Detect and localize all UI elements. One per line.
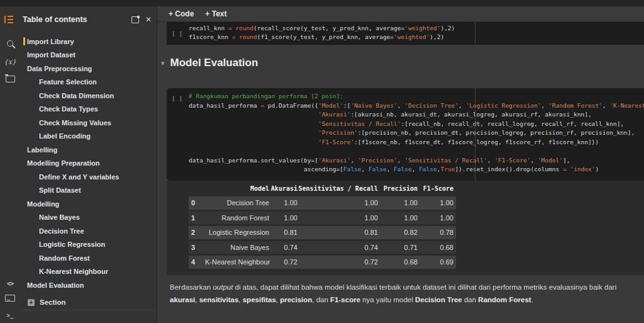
- sidebar-item-label: Random Forest: [39, 254, 90, 262]
- toc-item-list: Import LibraryImport DatasetData Preproc…: [20, 35, 155, 292]
- sidebar-item-label: K-Nearest Neighbour: [39, 268, 108, 275]
- column-header: Akurasi: [269, 185, 297, 192]
- sidebar-item-label: Check Missing Values: [39, 119, 111, 127]
- dataframe-table: ModelAkurasiSensitivitas / RecallPrecisi…: [189, 182, 456, 271]
- sidebar-item-label: Import Library: [27, 38, 74, 45]
- sidebar-item-label: Modelling: [27, 200, 59, 208]
- run-cell-button[interactable]: [ ]: [172, 95, 182, 102]
- magnifier-glyph: [7, 40, 13, 47]
- palette-glyph: [5, 295, 15, 302]
- table-row: 0Decision Tree1.001.001.001.00: [189, 196, 456, 210]
- markdown-paragraph: Berdasarkan output di atas, dapat diliha…: [170, 281, 641, 306]
- folder-glyph: [6, 76, 15, 82]
- sidebar-item-label: Split Dataset: [39, 186, 81, 194]
- table-of-contents-panel: Table of contents ✕ Import LibraryImport…: [20, 6, 157, 323]
- collapse-arrow-icon[interactable]: ▾: [161, 59, 165, 67]
- sidebar-item-data-preprocessing[interactable]: Data Preprocessing: [20, 62, 155, 76]
- run-cell-button[interactable]: [ ]: [172, 30, 182, 37]
- terminal-glyph: >_: [7, 312, 14, 319]
- open-in-tab-icon[interactable]: [131, 16, 139, 23]
- sidebar-item-label: Naive Bayes: [39, 213, 80, 221]
- column-header: F1-Score: [418, 185, 453, 192]
- sidebar-item-feature-selection[interactable]: Feature Selection: [20, 76, 155, 89]
- notebook-toolbar: + Code + Text: [157, 6, 644, 22]
- cell-output-area: ModelAkurasiSensitivitas / RecallPrecisi…: [167, 181, 644, 275]
- table-header-row: ModelAkurasiSensitivitas / RecallPrecisi…: [189, 182, 456, 195]
- snippets-glyph: <>: [7, 280, 13, 287]
- active-section-indicator: [23, 37, 25, 45]
- code-snippets-icon[interactable]: <>: [0, 279, 20, 288]
- column-ruler: [475, 22, 475, 44]
- table-row: 3Naive Bayes0.740.740.710.68: [189, 241, 456, 254]
- sidebar-item-decision-tree[interactable]: Decision Tree: [20, 224, 155, 238]
- sidebar-item-modelling-preparation[interactable]: Modelling Preparation: [20, 157, 155, 171]
- panel-header: Table of contents ✕: [23, 13, 152, 26]
- table-body: 0Decision Tree1.001.001.001.001Random Fo…: [189, 196, 456, 269]
- sidebar-item-model-evaluation[interactable]: Model Evaluation: [20, 278, 155, 292]
- section-heading-text: Model Evaluation: [170, 57, 258, 69]
- sidebar-item-import-library[interactable]: Import Library: [20, 35, 155, 48]
- add-section-label: Section: [40, 298, 66, 306]
- sidebar-item-label-encoding[interactable]: Label Encoding: [20, 130, 155, 144]
- sidebar-item-define-x-and-y-variables[interactable]: Define X and Y variables: [20, 170, 155, 184]
- sidebar-item-k-nearest-neighbour[interactable]: K-Nearest Neighbour: [20, 265, 155, 279]
- command-palette-icon[interactable]: [0, 293, 20, 303]
- add-section-icon: +: [28, 299, 35, 306]
- add-code-button[interactable]: + Code: [169, 9, 194, 18]
- code-editor[interactable]: recall_knn = round(recall_score(y_test, …: [189, 24, 644, 42]
- sidebar-item-check-missing-values[interactable]: Check Missing Values: [20, 116, 155, 130]
- sidebar-item-random-forest[interactable]: Random Forest: [20, 251, 155, 265]
- colab-notebook-window: {x} <> >_ Table of contents ✕ Import Lib…: [0, 0, 644, 323]
- sidebar-item-logistic-regression[interactable]: Logistic Regression: [20, 238, 155, 252]
- sidebar-item-label: Check Data Dimension: [39, 92, 114, 99]
- section-heading: ▾ Model Evaluation: [161, 57, 258, 69]
- table-row: 1Random Forest1.001.001.001.00: [189, 212, 456, 225]
- table-of-contents-icon[interactable]: [0, 14, 20, 24]
- code-editor[interactable]: # Rangkuman perbandingan performa [2 poi…: [189, 92, 644, 174]
- code-cell-model-comparison: [ ] # Rangkuman perbandingan performa [2…: [167, 88, 644, 181]
- sidebar-item-labelling[interactable]: Labelling: [20, 143, 155, 157]
- sidebar-item-naive-bayes[interactable]: Naive Bayes: [20, 211, 155, 225]
- sidebar-item-label: Import Dataset: [27, 51, 75, 59]
- notebook-area: + Code + Text [ ] recall_knn = round(rec…: [157, 6, 644, 323]
- panel-title: Table of contents: [23, 15, 87, 24]
- variables-glyph: {x}: [4, 58, 16, 65]
- sidebar-divider: [20, 310, 157, 310]
- add-text-button[interactable]: + Text: [205, 9, 226, 18]
- close-panel-icon[interactable]: ✕: [145, 16, 152, 23]
- column-header: Model: [205, 185, 269, 192]
- sidebar-item-label: Logistic Regression: [39, 241, 105, 248]
- column-header: Sensitivitas / Recall: [297, 185, 378, 192]
- toc-lines-glyph: [4, 16, 16, 23]
- sidebar-item-label: Check Data Types: [39, 105, 98, 113]
- sidebar-item-label: Label Encoding: [39, 132, 91, 140]
- add-section-button[interactable]: + Section: [28, 298, 66, 306]
- sidebar-item-split-dataset[interactable]: Split Dataset: [20, 184, 155, 198]
- sidebar-item-label: Modelling Preparation: [27, 159, 100, 167]
- variables-icon[interactable]: {x}: [0, 57, 20, 66]
- files-icon[interactable]: [0, 74, 20, 84]
- table-row: 2Logistic Regression0.810.810.820.78: [189, 226, 456, 239]
- sidebar-item-label: Define X and Y variables: [39, 173, 119, 181]
- column-header: Precision: [378, 185, 418, 192]
- sidebar-item-modelling[interactable]: Modelling: [20, 197, 155, 211]
- sidebar-item-label: Feature Selection: [39, 78, 97, 86]
- code-cell-knn-metrics: [ ] recall_knn = round(recall_score(y_te…: [167, 22, 644, 45]
- sidebar-item-import-dataset[interactable]: Import Dataset: [20, 48, 155, 62]
- sidebar-item-check-data-types[interactable]: Check Data Types: [20, 103, 155, 116]
- column-ruler: [475, 88, 475, 181]
- table-row: 4K-Nearest Neighbour0.720.720.680.69: [189, 256, 456, 269]
- sidebar-item-check-data-dimension[interactable]: Check Data Dimension: [20, 89, 155, 103]
- terminal-icon[interactable]: >_: [0, 310, 20, 320]
- sidebar-item-label: Decision Tree: [39, 227, 84, 235]
- sidebar-item-label: Data Preprocessing: [27, 65, 92, 72]
- search-icon[interactable]: [0, 38, 20, 48]
- left-icon-rail: {x} <> >_: [0, 6, 20, 323]
- sidebar-item-label: Labelling: [27, 146, 57, 154]
- sidebar-item-label: Model Evaluation: [27, 281, 84, 289]
